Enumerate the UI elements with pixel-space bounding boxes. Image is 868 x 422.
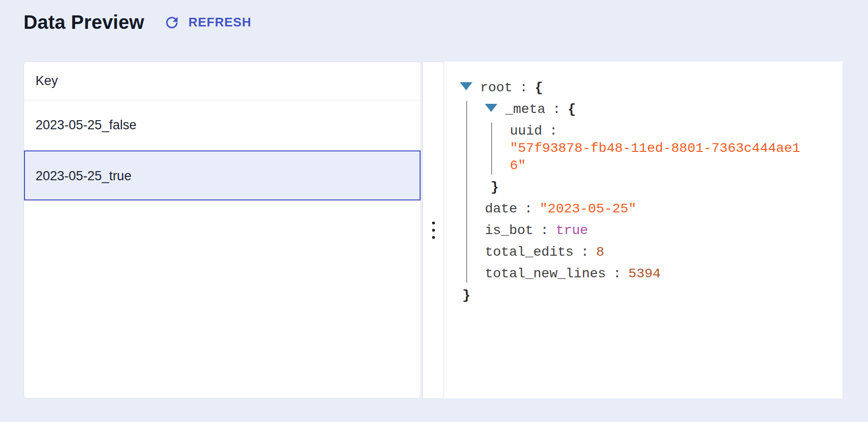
json-key: total_new_lines (485, 266, 606, 281)
json-key: is_bot (485, 223, 533, 238)
collapse-triangle-icon[interactable] (460, 82, 472, 90)
panel-splitter[interactable] (422, 62, 444, 399)
page-header: Data Preview REFRESH (24, 12, 252, 33)
collapse-triangle-icon[interactable] (485, 104, 497, 112)
refresh-icon (163, 14, 181, 31)
json-tree: root:{ _meta:{ uuid:"57f93878-fb48-11ed-… (460, 79, 807, 304)
json-value: 5394 (628, 266, 661, 281)
json-children-root: _meta:{ uuid:"57f93878-fb48-11ed-8801-73… (466, 101, 807, 283)
json-value: true (556, 223, 588, 238)
json-value: "57f93878-fb48-11ed-8801-7363c444ae16" (510, 140, 807, 174)
json-children-meta: uuid:"57f93878-fb48-11ed-8801-7363c444ae… (491, 123, 807, 174)
json-colon: : (524, 201, 532, 216)
json-node-meta: _meta:{ uuid:"57f93878-fb48-11ed-8801-73… (485, 101, 807, 196)
json-colon: : (613, 266, 621, 281)
json-colon: : (541, 223, 549, 238)
json-open-brace: { (568, 102, 576, 117)
json-key: total_edits (485, 245, 574, 260)
key-table: Key 2023-05-25_false 2023-05-25_true (24, 62, 421, 398)
json-leaf-date: date:"2023-05-25" (485, 200, 807, 218)
row-key-label: 2023-05-25_true (36, 169, 132, 183)
refresh-button[interactable]: REFRESH (163, 14, 251, 31)
refresh-label: REFRESH (188, 15, 251, 30)
table-header-key: Key (24, 62, 421, 100)
json-colon: : (519, 80, 528, 95)
json-open-brace: { (535, 80, 543, 95)
json-colon: : (553, 102, 561, 117)
json-close-brace: } (462, 288, 470, 303)
json-close-brace: } (491, 180, 499, 195)
json-colon: : (581, 245, 589, 260)
json-key: date (485, 201, 517, 216)
table-row[interactable]: 2023-05-25_false (24, 100, 421, 150)
json-leaf-uuid: uuid:"57f93878-fb48-11ed-8801-7363c444ae… (510, 123, 807, 174)
json-node-root: root:{ _meta:{ uuid:"57f93878-fb48-11ed-… (460, 79, 807, 304)
json-key: root (480, 80, 512, 95)
json-key: uuid (510, 124, 542, 138)
page-title: Data Preview (24, 12, 144, 33)
json-panel: root:{ _meta:{ uuid:"57f93878-fb48-11ed-… (444, 62, 843, 398)
json-value: "2023-05-25" (540, 201, 637, 216)
table-row-selected[interactable]: 2023-05-25_true (24, 150, 421, 200)
json-leaf-total-edits: total_edits:8 (485, 244, 807, 261)
json-value: 8 (596, 245, 604, 260)
json-colon: : (549, 124, 557, 138)
json-leaf-total-new-lines: total_new_lines:5394 (485, 265, 807, 283)
json-leaf-is-bot: is_bot:true (485, 222, 807, 239)
json-key: _meta (505, 102, 545, 117)
row-key-label: 2023-05-25_false (36, 118, 136, 132)
